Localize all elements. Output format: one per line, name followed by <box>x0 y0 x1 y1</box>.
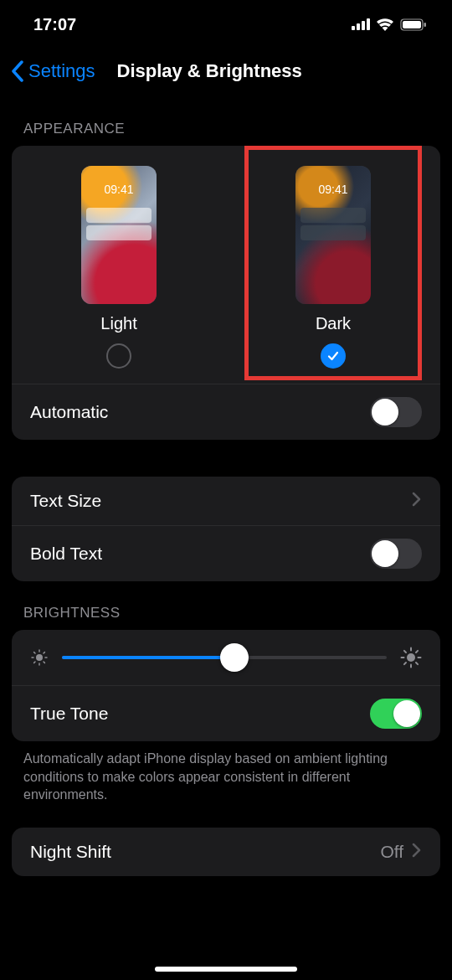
chevron-right-icon <box>412 841 422 863</box>
bold-text-label: Bold Text <box>30 544 102 564</box>
svg-rect-3 <box>367 18 370 30</box>
preview-light: 09:41 <box>81 166 157 304</box>
automatic-label: Automatic <box>30 402 108 422</box>
status-icons <box>352 18 427 31</box>
svg-line-24 <box>416 651 418 652</box>
svg-point-16 <box>407 653 415 662</box>
brightness-group: True Tone <box>12 630 440 741</box>
svg-point-7 <box>36 654 43 661</box>
wifi-icon <box>376 18 394 31</box>
sun-high-icon <box>400 647 422 668</box>
radio-dark[interactable] <box>321 343 346 369</box>
chevron-right-icon <box>412 490 422 512</box>
brightness-slider-row <box>12 630 440 686</box>
battery-icon <box>400 18 427 31</box>
svg-rect-1 <box>357 23 360 30</box>
night-shift-value: Off <box>380 842 403 862</box>
text-group: Text Size Bold Text <box>12 477 440 581</box>
chevron-left-icon <box>10 60 25 82</box>
automatic-toggle[interactable] <box>370 397 422 427</box>
true-tone-label: True Tone <box>30 704 108 724</box>
svg-line-22 <box>416 663 418 664</box>
svg-line-21 <box>404 651 406 652</box>
section-header-appearance: Appearance <box>0 97 452 146</box>
true-tone-toggle[interactable] <box>370 699 422 729</box>
bold-text-row: Bold Text <box>12 525 440 581</box>
svg-rect-2 <box>362 21 365 30</box>
section-header-brightness: Brightness <box>0 581 452 630</box>
appearance-row: 09:41 Light 09:41 Dark <box>12 146 440 384</box>
svg-rect-6 <box>424 23 427 27</box>
nav-bar: Settings Display & Brightness <box>0 45 452 97</box>
status-time: 17:07 <box>33 15 76 34</box>
back-button[interactable]: Settings <box>10 60 95 82</box>
light-label: Light <box>100 314 136 333</box>
true-tone-row: True Tone <box>12 686 440 741</box>
check-icon <box>326 349 340 363</box>
svg-line-23 <box>404 663 406 664</box>
text-size-row[interactable]: Text Size <box>12 477 440 525</box>
appearance-group: 09:41 Light 09:41 Dark <box>12 146 440 440</box>
preview-time: 09:41 <box>81 183 157 196</box>
text-size-label: Text Size <box>30 491 101 511</box>
night-shift-group: Night Shift Off <box>12 828 440 876</box>
true-tone-footer: Automatically adapt iPhone display based… <box>0 741 452 804</box>
home-indicator[interactable] <box>155 967 297 972</box>
svg-rect-0 <box>352 26 355 30</box>
appearance-option-light[interactable]: 09:41 Light <box>12 166 226 369</box>
night-shift-row[interactable]: Night Shift Off <box>12 828 440 876</box>
status-bar: 17:07 <box>0 0 452 45</box>
svg-rect-5 <box>403 21 421 28</box>
automatic-row: Automatic <box>12 384 440 440</box>
sun-low-icon <box>30 648 49 667</box>
preview-dark: 09:41 <box>295 166 371 304</box>
night-shift-label: Night Shift <box>30 842 111 862</box>
svg-line-15 <box>44 652 44 653</box>
svg-line-13 <box>44 662 44 663</box>
back-label: Settings <box>28 60 95 82</box>
brightness-slider[interactable] <box>62 656 387 659</box>
svg-line-14 <box>34 662 35 663</box>
dark-label: Dark <box>316 314 351 333</box>
bold-text-toggle[interactable] <box>370 539 422 569</box>
cellular-icon <box>352 18 370 30</box>
appearance-option-dark[interactable]: 09:41 Dark <box>226 166 440 369</box>
svg-line-12 <box>34 652 35 653</box>
radio-light[interactable] <box>106 343 131 369</box>
preview-time: 09:41 <box>295 183 371 196</box>
page-title: Display & Brightness <box>117 60 302 82</box>
